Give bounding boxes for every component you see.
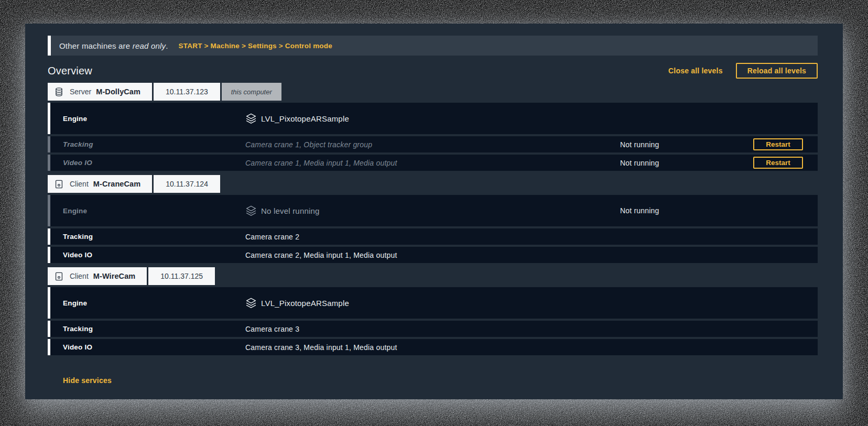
hide-services-link[interactable]: Hide services: [63, 376, 112, 385]
machine-ip[interactable]: 10.11.37.125: [148, 267, 215, 285]
service-description: LVL_PixotopeARSample: [245, 297, 620, 309]
restart-button[interactable]: Restart: [753, 138, 803, 150]
breadcrumb-link[interactable]: START > Machine > Settings > Control mod…: [179, 42, 332, 50]
service-row-engine: Engine LVL_PixotopeARSample: [48, 103, 818, 134]
service-name-label: Tracking: [50, 233, 245, 241]
service-description: No level running: [245, 205, 620, 216]
machine-ip-label: 10.11.37.123: [166, 88, 208, 96]
machine-ip[interactable]: 10.11.37.123: [154, 83, 220, 101]
machine-type-label: Client: [70, 180, 89, 188]
service-description-text: Camera crane 2, Media input 1, Media out…: [245, 251, 397, 259]
service-row-video-io: Video IO Camera crane 1, Media input 1, …: [48, 155, 818, 171]
machine-name-label: M-DollyCam: [96, 88, 140, 96]
header-actions: Close all levels Reload all levels: [668, 63, 818, 79]
service-description-text: Camera crane 1, Object tracker group: [245, 140, 372, 149]
service-name-label: Tracking: [50, 325, 245, 333]
service-description: Camera crane 3, Media input 1, Media out…: [245, 343, 620, 352]
machine-section: Client M-CraneCam 10.11.37.124 Engine No…: [48, 175, 818, 263]
layers-icon: [245, 205, 257, 216]
machine-type-label: Client: [70, 272, 89, 280]
client-icon: [54, 271, 64, 281]
service-description-text: No level running: [261, 206, 320, 215]
service-description-text: LVL_PixotopeARSample: [261, 299, 349, 308]
machine-section: Server M-DollyCam 10.11.37.123 this comp…: [48, 83, 818, 171]
machine-section: Client M-WireCam 10.11.37.125 Engine LVL…: [48, 267, 818, 355]
service-row-tracking: Tracking Camera crane 1, Object tracker …: [48, 136, 818, 152]
service-name-label: Video IO: [50, 159, 245, 167]
service-status: Not running: [620, 140, 753, 149]
machine-tab-main[interactable]: Server M-DollyCam: [48, 83, 152, 101]
service-description: Camera crane 2: [245, 233, 620, 241]
server-icon: [54, 87, 64, 97]
layers-icon: [245, 113, 257, 124]
this-computer-badge: this computer: [222, 83, 281, 101]
service-status: Not running: [620, 206, 753, 215]
service-description: LVL_PixotopeARSample: [245, 113, 620, 124]
service-name-label: Video IO: [50, 343, 245, 351]
close-all-levels-link[interactable]: Close all levels: [668, 67, 723, 75]
page-header: Overview Close all levels Reload all lev…: [48, 62, 818, 79]
readonly-banner: Other machines are read only. START > Ma…: [48, 36, 818, 56]
service-description-text: Camera crane 1, Media input 1, Media out…: [245, 159, 397, 167]
app-window: Other machines are read only. START > Ma…: [25, 24, 843, 399]
service-description: Camera crane 1, Object tracker group: [245, 140, 620, 149]
service-rows: Engine No level running Not running Trac…: [48, 195, 818, 263]
service-name-label: Engine: [50, 299, 245, 307]
machine-ip-label: 10.11.37.125: [160, 272, 203, 280]
service-row-engine: Engine LVL_PixotopeARSample: [48, 287, 818, 319]
service-name-label: Tracking: [50, 140, 245, 148]
service-description: Camera crane 3: [245, 325, 620, 333]
machine-tab[interactable]: Client M-WireCam 10.11.37.125: [48, 267, 818, 285]
service-row-video-io: Video IO Camera crane 2, Media input 1, …: [48, 247, 818, 263]
service-name-label: Engine: [50, 207, 245, 215]
machine-name-label: M-WireCam: [93, 272, 136, 280]
reload-all-levels-button[interactable]: Reload all levels: [736, 63, 818, 79]
service-description-text: Camera crane 3, Media input 1, Media out…: [245, 343, 397, 352]
layers-icon: [245, 297, 257, 309]
machine-ip[interactable]: 10.11.37.124: [154, 175, 220, 193]
service-row-tracking: Tracking Camera crane 2: [48, 228, 818, 245]
service-action: Restart: [753, 157, 818, 169]
machine-tab[interactable]: Client M-CraneCam 10.11.37.124: [48, 175, 818, 193]
service-row-engine: Engine No level running Not running: [48, 195, 818, 226]
this-computer-label: this computer: [231, 88, 272, 96]
service-description: Camera crane 1, Media input 1, Media out…: [245, 159, 620, 167]
service-row-video-io: Video IO Camera crane 3, Media input 1, …: [48, 339, 818, 355]
client-icon: [54, 179, 64, 189]
service-status: Not running: [620, 159, 753, 167]
machine-tab[interactable]: Server M-DollyCam 10.11.37.123 this comp…: [48, 83, 818, 101]
service-description-text: LVL_PixotopeARSample: [261, 114, 349, 123]
page-title: Overview: [48, 65, 92, 77]
restart-button[interactable]: Restart: [753, 157, 803, 169]
service-description: Camera crane 2, Media input 1, Media out…: [245, 251, 620, 259]
service-name-label: Video IO: [50, 251, 245, 259]
service-rows: Engine LVL_PixotopeARSample Tracking Cam…: [48, 103, 818, 171]
service-description-text: Camera crane 2: [245, 233, 299, 241]
machine-list: Server M-DollyCam 10.11.37.123 this comp…: [48, 83, 818, 355]
machine-type-label: Server: [70, 88, 91, 96]
machine-tab-main[interactable]: Client M-WireCam: [48, 267, 147, 285]
service-action: Restart: [753, 138, 818, 150]
machine-name-label: M-CraneCam: [93, 180, 140, 188]
machine-tab-main[interactable]: Client M-CraneCam: [48, 175, 152, 193]
service-description-text: Camera crane 3: [245, 325, 299, 333]
service-rows: Engine LVL_PixotopeARSample Tracking Cam…: [48, 287, 818, 355]
machine-ip-label: 10.11.37.124: [166, 180, 208, 188]
service-name-label: Engine: [50, 115, 245, 123]
service-row-tracking: Tracking Camera crane 3: [48, 321, 818, 337]
banner-message: Other machines are read only.: [59, 41, 168, 50]
